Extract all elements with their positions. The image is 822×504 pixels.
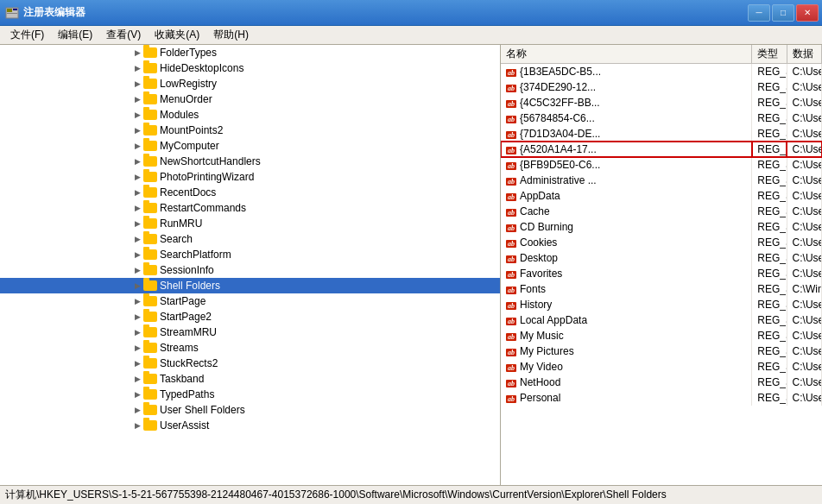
value-type: REG_SZ <box>752 95 787 110</box>
col-name: 名称 <box>501 45 752 64</box>
tree-item[interactable]: ▶StuckRects2 <box>0 356 500 371</box>
folder-icon <box>143 46 157 60</box>
value-data: C:\Users\Dts\Fa <box>787 266 821 281</box>
value-name: abCache <box>501 204 752 219</box>
table-row[interactable]: ab{1B3EA5DC-B5...REG_SZC:\Users\Dts\Ap <box>501 64 822 79</box>
registry-values[interactable]: 名称 类型 数据 ab{1B3EA5DC-B5...REG_SZC:\Users… <box>501 45 822 485</box>
tree-item[interactable]: ▶Taskband <box>0 371 500 387</box>
table-row[interactable]: ab{BFB9D5E0-C6...REG_SZC:\Users\Dts\Li <box>501 157 822 173</box>
expand-arrow-icon: ▶ <box>134 189 142 197</box>
value-name: abPersonal <box>501 390 752 406</box>
tree-item[interactable]: ▶TypedPaths <box>0 387 500 402</box>
menu-item-编辑(E)[interactable]: 编辑(E) <box>51 26 99 44</box>
reg-value-icon: ab <box>506 318 516 325</box>
tree-item-label: PhotoPrintingWizard <box>160 171 254 183</box>
reg-value-icon: ab <box>506 193 516 201</box>
table-row[interactable]: abCacheREG_SZC:\Users\Dts\... <box>501 204 822 219</box>
menu-item-帮助(H)[interactable]: 帮助(H) <box>206 26 256 44</box>
value-type: REG_SZ <box>752 188 787 204</box>
tree-item[interactable]: ▶User Shell Folders <box>0 402 500 418</box>
reg-value-icon: ab <box>506 69 516 77</box>
table-row[interactable]: abFavoritesREG_SZC:\Users\Dts\Fa <box>501 266 822 281</box>
table-row[interactable]: ab{374DE290-12...REG_SZC:\Users\Dts\D <box>501 79 822 95</box>
tree-item[interactable]: ▶LowRegistry <box>0 76 500 91</box>
svg-rect-1 <box>7 9 12 12</box>
menu-item-查看(V)[interactable]: 查看(V) <box>99 26 148 44</box>
table-row[interactable]: abAdministrative ...REG_SZC:\Users\Dts\A… <box>501 173 822 188</box>
expand-arrow-icon: ▶ <box>134 329 142 337</box>
tree-item-label: HideDesktopIcons <box>160 62 243 74</box>
tree-item[interactable]: ▶StreamMRU <box>0 324 500 340</box>
value-name: abMy Video <box>501 359 752 375</box>
table-row[interactable]: abMy PicturesREG_SZC:\Users\Dts\Pi <box>501 343 822 359</box>
tree-item[interactable]: ▶StartPage2 <box>0 309 500 324</box>
table-row[interactable]: abPersonalREG_SZC:\Users\Dts\... <box>501 390 822 406</box>
folder-icon <box>143 356 157 370</box>
folder-icon <box>143 170 157 184</box>
value-name: ab{BFB9D5E0-C6... <box>501 157 752 173</box>
tree-item[interactable]: ▶SearchPlatform <box>0 247 500 262</box>
expand-arrow-icon: ▶ <box>134 344 142 352</box>
tree-item[interactable]: ▶Shell Folders <box>0 278 500 293</box>
tree-item[interactable]: ▶Modules <box>0 107 500 123</box>
tree-item[interactable]: ▶RestartCommands <box>0 200 500 216</box>
table-row[interactable]: abLocal AppDataREG_SZC:\Users\Dts\Ap <box>501 312 822 328</box>
expand-arrow-icon: ▶ <box>134 422 142 430</box>
value-data: C:\Users\Dts\Ap <box>787 235 821 250</box>
tree-item[interactable]: ▶FolderTypes <box>0 45 500 60</box>
tree-item[interactable]: ▶Streams <box>0 340 500 356</box>
table-row[interactable]: abDesktopREG_SZC:\Users\Dts\D <box>501 250 822 266</box>
table-row[interactable]: abCD BurningREG_SZC:\Users\Dts\... <box>501 219 822 235</box>
tree-item[interactable]: ▶HideDesktopIcons <box>0 60 500 76</box>
expand-arrow-icon: ▶ <box>134 282 142 290</box>
expand-arrow-icon: ▶ <box>134 298 142 306</box>
tree-item[interactable]: ▶PhotoPrintingWizard <box>0 169 500 185</box>
folder-icon <box>143 387 157 401</box>
tree-item[interactable]: ▶SessionInfo <box>0 262 500 278</box>
table-row[interactable]: abMy VideoREG_SZC:\Users\Dts\Vi <box>501 359 822 375</box>
table-row[interactable]: ab{7D1D3A04-DE...REG_SZC:\Users\Dts\Se <box>501 126 822 142</box>
tree-item[interactable]: ▶UserAssist <box>0 418 500 433</box>
tree-item[interactable]: ▶MountPoints2 <box>0 123 500 138</box>
folder-icon <box>143 403 157 417</box>
tree-item[interactable]: ▶StartPage <box>0 293 500 309</box>
value-type: REG_SZ <box>752 343 787 359</box>
reg-value-icon: ab <box>506 131 516 139</box>
tree-item[interactable]: ▶RecentDocs <box>0 185 500 200</box>
tree-item[interactable]: ▶RunMRU <box>0 216 500 231</box>
table-row[interactable]: abNetHoodREG_SZC:\Users\Dts\Ap <box>501 375 822 390</box>
table-row[interactable]: ab{56784854-C6...REG_SZC:\Users\Dts\C <box>501 110 822 126</box>
tree-item-label: MyComputer <box>160 140 219 152</box>
value-type: REG_SZ <box>752 219 787 235</box>
col-data: 数据 <box>787 45 821 64</box>
reg-value-icon: ab <box>506 224 516 232</box>
maximize-button[interactable]: □ <box>772 4 794 22</box>
tree-item[interactable]: ▶MenuOrder <box>0 91 500 107</box>
table-row[interactable]: abHistoryREG_SZC:\Users\Dts\Ap <box>501 297 822 312</box>
value-data: C:\Users\Dts\Vi <box>787 359 821 375</box>
table-row[interactable]: abFontsREG_SZC:\Windows\Fo <box>501 281 822 297</box>
tree-item[interactable]: ▶Search <box>0 231 500 247</box>
tree-item-label: NewShortcutHandlers <box>160 155 261 167</box>
table-row[interactable]: abAppDataREG_SZC:\Users\Dts\Ap <box>501 188 822 204</box>
menu-item-文件(F)[interactable]: 文件(F) <box>3 26 51 44</box>
table-row[interactable]: abMy MusicREG_SZC:\Users\Dts\M <box>501 328 822 343</box>
value-name: abCookies <box>501 235 752 250</box>
tree-item[interactable]: ▶NewShortcutHandlers <box>0 154 500 169</box>
registry-tree[interactable]: ▶FolderTypes▶HideDesktopIcons▶LowRegistr… <box>0 45 501 485</box>
value-data: C:\Users\Dts\Ap <box>787 64 821 79</box>
value-name: abFavorites <box>501 266 752 281</box>
tree-item-label: TypedPaths <box>160 388 214 400</box>
table-row[interactable]: abCookiesREG_SZC:\Users\Dts\Ap <box>501 235 822 250</box>
close-button[interactable]: ✕ <box>796 4 819 22</box>
status-path: 计算机\HKEY_USERS\S-1-5-21-567755398-212448… <box>5 488 667 502</box>
main-content: ▶FolderTypes▶HideDesktopIcons▶LowRegistr… <box>0 45 822 485</box>
table-row[interactable]: ab{A520A1A4-17...REG_SZC:\Users\Dts\P <box>501 142 822 157</box>
tree-item[interactable]: ▶MyComputer <box>0 138 500 154</box>
expand-arrow-icon: ▶ <box>134 96 142 104</box>
value-type: REG_SZ <box>752 328 787 343</box>
reg-value-icon: ab <box>506 255 516 263</box>
menu-item-收藏夹(A)[interactable]: 收藏夹(A) <box>148 26 206 44</box>
table-row[interactable]: ab{4C5C32FF-BB...REG_SZC:\Users\Dts\S <box>501 95 822 110</box>
minimize-button[interactable]: ─ <box>748 4 770 22</box>
